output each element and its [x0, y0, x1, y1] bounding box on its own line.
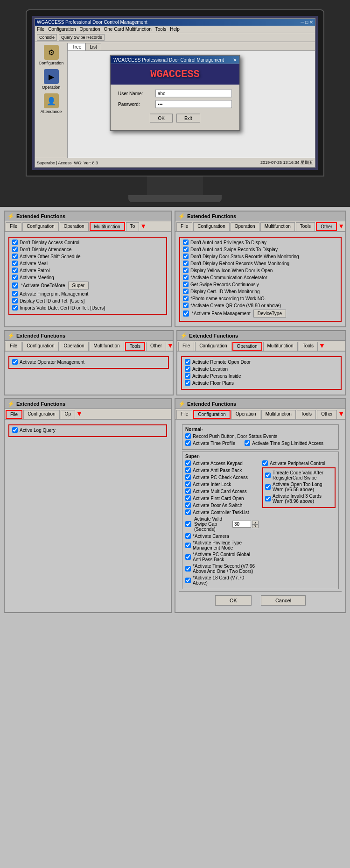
- tab-op-1r[interactable]: Operation: [231, 222, 259, 231]
- sidebar-item-config[interactable]: ⚙ Configuration: [35, 43, 67, 67]
- menu-tools[interactable]: Tools: [155, 27, 166, 32]
- check-open-too-long-input[interactable]: [265, 484, 271, 490]
- check-18-card-input[interactable]: [185, 578, 191, 583]
- check-display-cert-mon-input[interactable]: [183, 289, 189, 294]
- super-button[interactable]: Super: [68, 282, 89, 289]
- check-dont-display-reboot-input[interactable]: [183, 261, 189, 266]
- tab-other-1r[interactable]: Other: [316, 222, 337, 231]
- menu-file[interactable]: File: [37, 27, 44, 32]
- tab-tree[interactable]: Tree: [68, 43, 85, 50]
- menu-config[interactable]: Configuration: [48, 27, 76, 32]
- check-activate-other-shift-input[interactable]: [12, 254, 18, 259]
- tab-file-3r[interactable]: File: [176, 410, 192, 419]
- spinner-up[interactable]: ▲: [252, 521, 259, 524]
- check-dont-display-door-input[interactable]: [183, 254, 189, 259]
- check-active-log-input[interactable]: [12, 427, 18, 433]
- check-dont-autoload-priv-input[interactable]: [183, 240, 189, 245]
- check-record-push-input[interactable]: [185, 433, 191, 439]
- tab-op-3l[interactable]: Op: [61, 410, 75, 419]
- check-activate-fingerprint-input[interactable]: [12, 291, 18, 296]
- query-swipe-tab[interactable]: Query Swipe Records: [59, 34, 105, 41]
- check-anti-pass-input[interactable]: [185, 467, 191, 473]
- tab-list[interactable]: List: [85, 43, 101, 50]
- check-activate-patrol-input[interactable]: [12, 268, 18, 273]
- menu-help[interactable]: Help: [170, 27, 180, 32]
- tab-file-1[interactable]: File: [6, 222, 21, 231]
- tab-tools-2l[interactable]: Tools: [125, 342, 145, 351]
- check-activate-time-profile-input[interactable]: [185, 440, 191, 446]
- check-door-switch-input[interactable]: [185, 502, 191, 508]
- tab-multi-3r[interactable]: Multifunction: [261, 410, 296, 419]
- menu-operation[interactable]: Operation: [80, 27, 100, 32]
- check-activate-qr-input[interactable]: [183, 303, 189, 308]
- check-activate-location-input[interactable]: [185, 366, 190, 372]
- tab-config-1[interactable]: Configuration: [22, 222, 58, 231]
- check-activate-face-input[interactable]: [183, 311, 189, 317]
- check-activate-floor-input[interactable]: [185, 380, 190, 386]
- username-input[interactable]: [155, 90, 232, 98]
- spinner-down[interactable]: ▼: [252, 524, 259, 528]
- check-inter-lock-input[interactable]: [185, 481, 191, 487]
- tab-file-1r[interactable]: File: [176, 222, 192, 231]
- tab-tools-1r[interactable]: Tools: [296, 222, 315, 231]
- check-multi-card-input[interactable]: [185, 488, 191, 494]
- check-dont-autoload-swipe-input[interactable]: [183, 247, 189, 252]
- tab-config-2l[interactable]: Configuration: [22, 342, 58, 351]
- check-activate-remote-input[interactable]: [185, 359, 190, 365]
- check-pc-check-input[interactable]: [185, 474, 191, 480]
- check-time-second-input[interactable]: [185, 566, 191, 572]
- check-first-card-input[interactable]: [185, 495, 191, 501]
- ok-bottom-button[interactable]: OK: [215, 595, 252, 606]
- tab-other-2l[interactable]: Other: [146, 342, 166, 351]
- check-imports-valid-input[interactable]: [12, 305, 18, 311]
- check-valid-swipe-input[interactable]: [185, 521, 191, 527]
- tab-multi-1r[interactable]: Multifunction: [260, 222, 295, 231]
- check-activate-meal-input[interactable]: [12, 261, 18, 266]
- check-activate-meeting-input[interactable]: [12, 275, 18, 280]
- check-camera-input[interactable]: [185, 533, 191, 539]
- tab-config-3r[interactable]: Configuration: [193, 410, 230, 419]
- check-get-swipe-input[interactable]: [183, 282, 189, 287]
- tab-config-3l[interactable]: Configuration: [23, 410, 59, 419]
- gap-input[interactable]: [232, 521, 251, 528]
- sidebar-item-attendance[interactable]: 👤 Attendance: [35, 92, 67, 116]
- check-threate-input[interactable]: [265, 473, 271, 478]
- exit-button[interactable]: Exit: [176, 114, 200, 123]
- check-pc-global-input[interactable]: [185, 554, 191, 560]
- tab-file-3l[interactable]: File: [6, 410, 22, 419]
- tab-tools-2r[interactable]: Tools: [299, 342, 318, 351]
- tab-multi-2l[interactable]: Multifunction: [90, 342, 124, 351]
- login-close-icon[interactable]: ✕: [233, 57, 237, 63]
- check-display-yellow-input[interactable]: [183, 268, 189, 273]
- check-activate-onetomore-input[interactable]: [12, 282, 18, 289]
- tab-file-2l[interactable]: File: [6, 342, 21, 351]
- check-access-keypad-input[interactable]: [185, 460, 191, 466]
- check-dont-display-att-input[interactable]: [12, 247, 18, 252]
- tab-op-3r[interactable]: Operation: [231, 410, 260, 419]
- tab-op-2l[interactable]: Operation: [60, 342, 89, 351]
- menu-onecard[interactable]: One Card Multifunction: [104, 27, 152, 32]
- tab-op-2r[interactable]: Operation: [232, 342, 262, 351]
- tab-tools-3r[interactable]: Tools: [297, 410, 316, 419]
- tab-config-2r[interactable]: Configuration: [195, 342, 231, 351]
- tab-multifunction-1[interactable]: Multifunction: [90, 222, 125, 231]
- check-priv-type-input[interactable]: [185, 543, 191, 548]
- sidebar-item-operation[interactable]: ▶ Operation: [35, 67, 67, 92]
- check-invalid-3cards-input[interactable]: [265, 496, 271, 501]
- check-activate-persons-input[interactable]: [185, 373, 190, 379]
- device-type-button[interactable]: DeviceType: [253, 310, 286, 318]
- check-photo-name-input[interactable]: [183, 296, 189, 301]
- check-controller-task-input[interactable]: [185, 509, 191, 515]
- check-dont-display-access-input[interactable]: [12, 240, 18, 245]
- tab-multi-2r[interactable]: Multifunction: [263, 342, 298, 351]
- check-activate-time-seg-input[interactable]: [245, 440, 250, 446]
- tab-to-1[interactable]: To: [126, 222, 140, 231]
- check-activate-operator-input[interactable]: [12, 359, 18, 365]
- console-tab[interactable]: Console: [37, 34, 57, 41]
- check-peripheral-input[interactable]: [262, 460, 268, 466]
- tab-other-3r[interactable]: Other: [317, 410, 337, 419]
- ok-button[interactable]: OK: [150, 114, 172, 123]
- tab-config-1r[interactable]: Configuration: [193, 222, 229, 231]
- tab-file-2r[interactable]: File: [178, 342, 194, 351]
- check-activate-comm-input[interactable]: [183, 275, 189, 280]
